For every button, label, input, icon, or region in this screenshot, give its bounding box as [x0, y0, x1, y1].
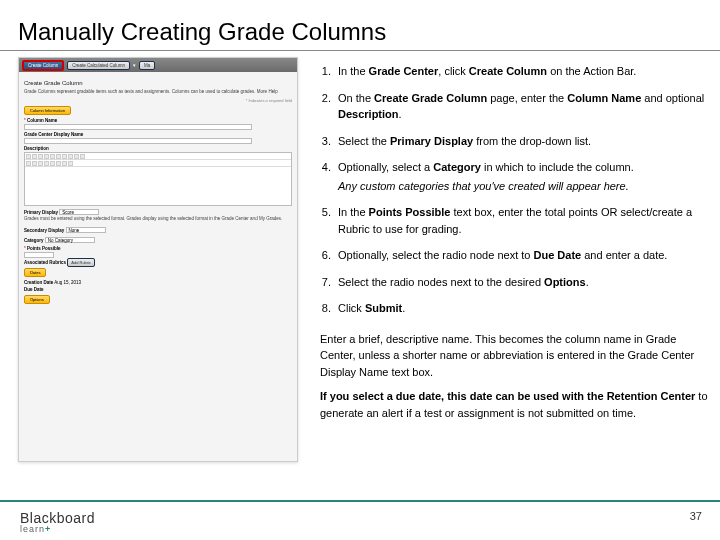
step-text: In the Points Possible text box, enter t…	[338, 204, 708, 237]
label-creation-date: Creation Date	[24, 280, 53, 285]
label-column-name: Column Name	[27, 118, 57, 123]
label-due-date: Due Date	[24, 287, 44, 292]
paragraph-1: Enter a brief, descriptive name. This be…	[318, 331, 708, 381]
instruction-step: In the Points Possible text box, enter t…	[334, 200, 708, 243]
step-text: In the Grade Center, click Create Column…	[338, 63, 708, 80]
create-calculated-column-button[interactable]: Create Calculated Column	[67, 61, 130, 70]
instruction-step: Optionally, select a Category in which t…	[334, 155, 708, 200]
footer-bar: Blackboard learn+ 37	[0, 500, 720, 540]
label-points-possible: Points Possible	[27, 246, 61, 251]
chevron-down-icon: ▾	[133, 63, 136, 68]
thumb-action-bar: Create Column Create Calculated Column ▾…	[19, 58, 297, 72]
instruction-step: On the Create Grade Column page, enter t…	[334, 86, 708, 129]
instruction-list: In the Grade Center, click Create Column…	[318, 59, 708, 323]
step-text: Click Submit.	[338, 300, 708, 317]
description-editor[interactable]	[24, 152, 292, 206]
secondary-display-select[interactable]: None	[66, 227, 106, 233]
instruction-step: Select the Primary Display from the drop…	[334, 129, 708, 156]
label-primary-display: Primary Display	[24, 210, 58, 215]
screenshot-thumbnail: Create Column Create Calculated Column ▾…	[18, 57, 298, 462]
page-title: Manually Creating Grade Columns	[0, 0, 720, 51]
step-text: On the Create Grade Column page, enter t…	[338, 90, 708, 123]
thumb-page-heading: Create Grade Column	[24, 77, 292, 89]
step-text: Optionally, select the radio node next t…	[338, 247, 708, 264]
manage-button[interactable]: Ma	[139, 61, 155, 70]
rte-toolbar-1	[25, 153, 291, 160]
step-note: Any custom categories that you've create…	[338, 178, 708, 195]
required-star-icon: *	[24, 246, 26, 251]
thumb-blurb: Grade Columns represent gradable items s…	[24, 89, 292, 95]
label-description: Description	[24, 146, 49, 151]
indicator-text: * Indicates a required field	[246, 98, 292, 103]
rte-toolbar-2	[25, 160, 291, 167]
content-row: Create Column Create Calculated Column ▾…	[0, 57, 720, 462]
step-text: Select the Primary Display from the drop…	[338, 133, 708, 150]
section-options: Options	[24, 295, 50, 304]
points-possible-input[interactable]	[24, 252, 54, 258]
category-select[interactable]: No Category	[45, 237, 95, 243]
section-column-information: Column Information	[24, 106, 71, 115]
instructions: In the Grade Center, click Create Column…	[298, 57, 720, 462]
label-rubrics: Associated Rubrics	[24, 260, 66, 265]
blackboard-logo: Blackboard learn+	[20, 510, 95, 534]
label-secondary-display: Secondary Display	[24, 228, 64, 233]
instruction-step: Select the radio nodes next to the desir…	[334, 270, 708, 297]
column-name-input[interactable]	[24, 124, 252, 130]
display-name-input[interactable]	[24, 138, 252, 144]
create-column-button[interactable]: Create Column	[22, 60, 64, 71]
primary-display-hint: Grades must be entered using the selecte…	[24, 216, 292, 222]
instruction-step: Click Submit.	[334, 296, 708, 323]
required-star-icon: *	[24, 118, 26, 123]
rte-textarea[interactable]	[25, 167, 291, 205]
creation-date-value: Aug 15, 2013	[54, 280, 81, 285]
instruction-step: Optionally, select the radio node next t…	[334, 243, 708, 270]
label-category: Category	[24, 238, 44, 243]
paragraph-2: If you select a due date, this date can …	[318, 388, 708, 421]
page-number: 37	[690, 510, 702, 522]
section-dates: Dates	[24, 268, 46, 277]
instruction-step: In the Grade Center, click Create Column…	[334, 59, 708, 86]
add-rubric-button[interactable]: Add Rubric	[67, 258, 95, 267]
primary-display-select[interactable]: Score	[59, 209, 99, 215]
step-text: Select the radio nodes next to the desir…	[338, 274, 708, 291]
label-display-name: Grade Center Display Name	[24, 132, 83, 137]
step-text: Optionally, select a Category in which t…	[338, 159, 708, 176]
